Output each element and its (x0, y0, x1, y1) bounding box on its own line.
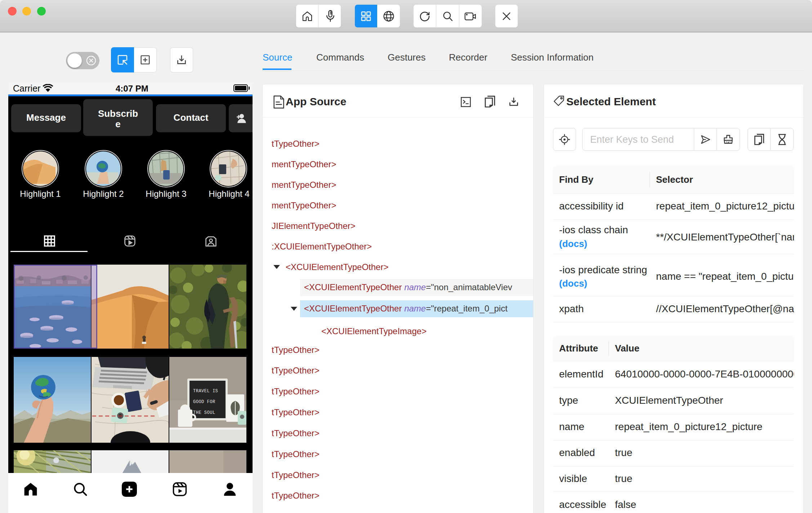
svg-text:GOOD FOR: GOOD FOR (193, 399, 215, 404)
svg-text:THE SOUL: THE SOUL (193, 410, 215, 415)
svg-text:TRAVEL IS: TRAVEL IS (193, 389, 218, 394)
